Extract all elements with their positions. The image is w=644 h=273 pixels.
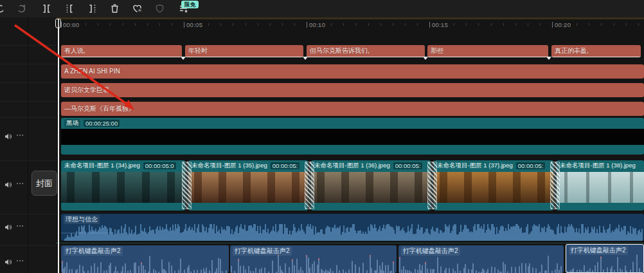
trim-right-icon[interactable] bbox=[87, 3, 98, 14]
mute-track-icon[interactable] bbox=[4, 180, 12, 187]
subtitle-clip-label: 有人说, bbox=[61, 45, 182, 56]
video-clip-duration: 00:00:05:0 bbox=[143, 162, 176, 169]
ruler-minor-tick bbox=[380, 23, 381, 26]
sfx-clip[interactable]: 打字机键盘敲击声2 bbox=[398, 245, 564, 273]
ruler-major-tick bbox=[307, 22, 307, 28]
row-separator bbox=[0, 101, 57, 102]
text-clip[interactable]: A ZHEN AI SHI PIN bbox=[61, 64, 644, 79]
undo-icon[interactable] bbox=[0, 3, 5, 14]
video-thumbnails bbox=[557, 172, 644, 203]
video-clip-name: 未命名项目-图层 1 (36).jpeg bbox=[314, 162, 390, 170]
transition-marker[interactable] bbox=[550, 162, 560, 209]
video-clip-duration: 00:00:05: bbox=[393, 162, 423, 169]
svg-text:AI: AI bbox=[138, 8, 141, 12]
transition-marker[interactable] bbox=[427, 162, 437, 209]
video-clip[interactable]: 未命名项目-图层 1 (35).jpeg00:00:05: bbox=[188, 160, 308, 211]
mute-track-icon[interactable] bbox=[4, 222, 12, 230]
limited-free-badge: 限免 bbox=[181, 1, 199, 8]
subtitle-clip[interactable]: 有人说, bbox=[61, 45, 182, 57]
sfx-clip-selected[interactable]: 打字机键盘敲击声2 bbox=[566, 244, 644, 273]
ruler-minor-tick bbox=[343, 23, 344, 26]
music-track-controls bbox=[0, 222, 28, 232]
sfx-clip[interactable]: 打字机键盘敲击声2 bbox=[230, 245, 397, 273]
playhead-line[interactable] bbox=[58, 19, 59, 273]
ruler-tick-label: 00:15 bbox=[432, 21, 448, 28]
video-clip[interactable]: 未命名项目-图层 1 (37).jpeg00:00:05: bbox=[434, 160, 553, 211]
split-icon[interactable] bbox=[41, 3, 52, 14]
text-clip[interactable]: 诺贝尔文学巨著 bbox=[61, 83, 644, 97]
text-clip-label: 诺贝尔文学巨著 bbox=[61, 83, 644, 97]
black-field-clip[interactable]: 黑场 00:00:25:00 bbox=[61, 118, 644, 155]
ruler-major-tick bbox=[552, 22, 553, 28]
video-thumbnails bbox=[311, 172, 431, 203]
row-separator bbox=[0, 214, 57, 214]
ruler-minor-tick bbox=[159, 23, 160, 26]
ruler-minor-tick bbox=[454, 23, 454, 26]
redo-icon[interactable] bbox=[17, 3, 28, 14]
timeline-toolbar: AI 限免 bbox=[0, 0, 644, 17]
row-separator bbox=[0, 45, 57, 46]
text-clip[interactable]: —马尔克斯《百年孤独》 bbox=[61, 102, 644, 116]
ruler-major-tick bbox=[184, 22, 184, 28]
ruler-minor-tick bbox=[220, 23, 221, 26]
sfx-clip-label: 打字机键盘敲击声2 bbox=[233, 247, 292, 256]
ruler-minor-tick bbox=[442, 23, 442, 26]
ruler-minor-tick bbox=[233, 23, 233, 26]
subtitle-junction-handle[interactable] bbox=[546, 57, 551, 60]
subtitle-junction-handle[interactable] bbox=[423, 57, 428, 60]
ruler-minor-tick bbox=[147, 23, 148, 26]
ruler-minor-tick bbox=[528, 23, 528, 26]
panel-divider bbox=[28, 17, 28, 273]
cover-button[interactable]: 封面 bbox=[31, 171, 57, 196]
text-clip-label: —马尔克斯《百年孤独》 bbox=[61, 102, 644, 115]
subtitle-junction-handle[interactable] bbox=[303, 57, 308, 60]
ruler-minor-tick bbox=[258, 23, 258, 26]
subtitle-clip[interactable]: 真正的丰盈, bbox=[551, 45, 641, 57]
subtitle-clip-label: 但马尔克斯告诉我们, bbox=[307, 45, 425, 56]
video-clip[interactable]: 未命名项目-图层 1 (34).jpeg00:00:05:0 bbox=[61, 160, 185, 211]
track-more-button[interactable] bbox=[17, 260, 24, 262]
ruler-minor-tick bbox=[282, 23, 283, 26]
music-waveform bbox=[61, 221, 643, 241]
subtitle-clip[interactable]: 但马尔克斯告诉我们, bbox=[307, 45, 425, 57]
video-clip-name: 未命名项目-图层 1 (35).jpeg bbox=[192, 162, 267, 170]
subtitle-clip[interactable]: 年轻时 bbox=[185, 45, 303, 57]
shield-icon[interactable] bbox=[154, 3, 165, 14]
ruler-minor-tick bbox=[564, 23, 565, 26]
ruler-minor-tick bbox=[577, 23, 577, 26]
ruler-minor-tick bbox=[478, 23, 479, 26]
sfx-waveform bbox=[61, 255, 228, 273]
playhead-handle[interactable] bbox=[55, 19, 61, 28]
music-clip[interactable]: 理想与信念 bbox=[61, 214, 644, 241]
video-clip[interactable]: 未命名项目-图层 1 (36).jpeg00:00:05: bbox=[311, 160, 431, 211]
ruler-minor-tick bbox=[270, 23, 271, 26]
subtitle-junction-handle[interactable] bbox=[181, 57, 186, 60]
mute-track-icon[interactable] bbox=[4, 131, 12, 139]
ruler-minor-tick bbox=[503, 23, 504, 26]
transition-marker[interactable] bbox=[182, 162, 192, 209]
track-more-button[interactable] bbox=[17, 225, 24, 227]
transition-marker[interactable] bbox=[305, 162, 314, 209]
mute-track-icon[interactable] bbox=[4, 257, 12, 265]
ruler-minor-tick bbox=[319, 23, 319, 26]
ruler-minor-tick bbox=[355, 23, 356, 26]
row-separator bbox=[0, 160, 57, 161]
trim-left-icon[interactable] bbox=[64, 3, 75, 14]
ruler-minor-tick bbox=[589, 23, 589, 26]
timeline-ruler[interactable]: 00:00 00:05 00:10 00:15 00:20 bbox=[57, 17, 644, 32]
ruler-minor-tick bbox=[614, 23, 614, 26]
subtitle-clip[interactable]: 那些 bbox=[427, 45, 548, 57]
track-more-button[interactable] bbox=[17, 135, 24, 136]
black-field-body bbox=[61, 129, 644, 145]
ai-heart-icon[interactable]: AI bbox=[132, 3, 143, 14]
delete-icon[interactable] bbox=[109, 3, 120, 14]
ruler-minor-tick bbox=[515, 23, 516, 26]
sfx-clip[interactable]: 打字机键盘敲击声2 bbox=[61, 245, 229, 273]
video-clip[interactable]: 未命名项目-图层 1 (38).jpeg bbox=[557, 160, 644, 211]
ruler-minor-tick bbox=[246, 23, 246, 26]
ruler-tick-label: 00:10 bbox=[309, 21, 325, 28]
track-more-button[interactable] bbox=[17, 183, 24, 185]
ruler-major-tick bbox=[429, 22, 430, 28]
ruler-minor-tick bbox=[417, 23, 418, 26]
ruler-minor-tick bbox=[405, 23, 406, 26]
